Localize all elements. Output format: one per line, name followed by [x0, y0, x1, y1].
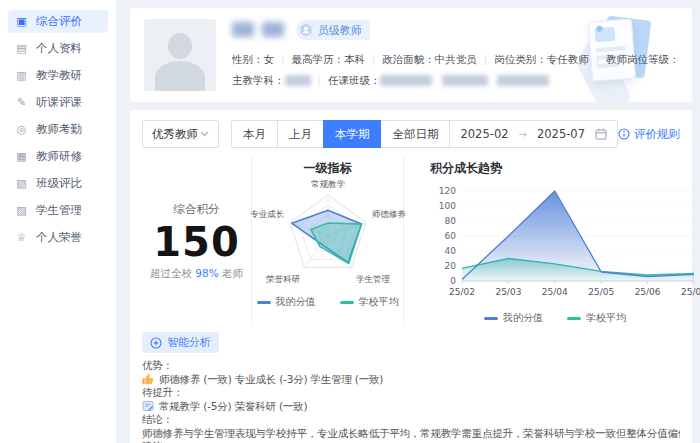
overall-score-panel: 综合积分 150 超过全校 98% 老师 — [142, 156, 252, 326]
sidebar-item-label: 个人资料 — [36, 41, 82, 56]
svg-text:100: 100 — [439, 201, 456, 211]
evaluation-card: 优秀教师 本月 上月 本学期 全部日期 2025-02 → 2025-07 — [130, 110, 692, 443]
radar-chart[interactable]: 常规教学师德修养学生管理荣誉科研专业成长 — [253, 177, 403, 291]
sidebar-item-personal-honors[interactable]: ♕ 个人荣誉 — [8, 226, 108, 249]
trend-legend: 我的分值 学校平均 — [430, 311, 680, 325]
field-political-status: 政治面貌：中共党员 — [365, 49, 477, 70]
thumbs-up-icon — [142, 373, 154, 385]
ai-sparkle-icon — [150, 337, 162, 349]
score-label: 综合积分 — [174, 202, 220, 217]
sidebar-item-label: 教师考勤 — [36, 122, 82, 137]
svg-text:25/03: 25/03 — [495, 287, 521, 297]
filter-bar: 优秀教师 本月 上月 本学期 全部日期 2025-02 → 2025-07 — [142, 120, 680, 148]
sidebar-item-class-comparison[interactable]: ▧ 班级评比 — [8, 172, 108, 195]
svg-text:0: 0 — [450, 276, 456, 286]
date-start: 2025-02 — [460, 127, 508, 141]
analysis-strengths-line: 师德修养 (一致) 专业成长 (-3分) 学生管理 (一致) — [142, 373, 680, 387]
analysis-improve-line: 常规教学 (-5分) 荣誉科研 (一致) — [142, 400, 680, 414]
svg-text:25/05: 25/05 — [588, 287, 614, 297]
svg-text:常规教学: 常规教学 — [311, 179, 346, 189]
svg-text:25/07: 25/07 — [681, 287, 700, 297]
legend-school-average[interactable]: 学校平均 — [567, 311, 626, 325]
sidebar-item-label: 班级评比 — [36, 176, 82, 191]
sidebar-item-label: 教师研修 — [36, 149, 82, 164]
score-percentile-note: 超过全校 98% 老师 — [150, 267, 243, 281]
calendar-icon — [595, 128, 607, 140]
sidebar-item-lesson-observation[interactable]: ✎ 听课评课 — [8, 91, 108, 114]
teacher-profile-card: 员级教师 性别：女最高学历：本科政治面貌：中共党员岗位类别：专任教师教师岗位等级… — [130, 8, 692, 102]
score-value: 150 — [153, 221, 240, 263]
sidebar-item-personal-profile[interactable]: ▤ 个人资料 — [8, 37, 108, 60]
svg-text:40: 40 — [445, 246, 457, 256]
range-button-all-dates[interactable]: 全部日期 — [380, 120, 450, 148]
svg-text:120: 120 — [439, 186, 456, 196]
trend-panel: 积分成长趋势 02040608010012025/0225/0325/0425/… — [404, 156, 680, 326]
trend-chart-title: 积分成长趋势 — [430, 160, 502, 177]
trend-chart[interactable]: 02040608010012025/0225/0325/0425/0525/06… — [430, 177, 700, 311]
sidebar-item-teacher-attendance[interactable]: ◎ 教师考勤 — [8, 118, 108, 141]
sidebar-item-label: 听课评课 — [36, 95, 82, 110]
evaluation-rules-link[interactable]: 评价规则 — [618, 127, 680, 142]
sidebar-item-comprehensive-evaluation[interactable]: ▣ 综合评价 — [8, 10, 108, 33]
radar-legend: 我的分值 学校平均 — [257, 295, 399, 309]
sidebar-item-label: 学生管理 — [36, 203, 82, 218]
legend-my-score[interactable]: 我的分值 — [484, 311, 543, 325]
field-education: 最高学历：本科 — [274, 49, 365, 70]
sidebar-item-label: 个人荣誉 — [36, 230, 82, 245]
analysis-improve-label: 待提升： — [142, 386, 680, 400]
smart-analysis-badge: 智能分析 — [142, 332, 219, 353]
avatar — [144, 19, 216, 91]
profile-icon: ▤ — [15, 42, 28, 55]
date-range-arrow: → — [519, 129, 527, 140]
percentile-value: 98% — [195, 267, 218, 279]
legend-school-average[interactable]: 学校平均 — [340, 295, 399, 309]
svg-text:60: 60 — [445, 231, 457, 241]
student-management-icon: ▨ — [15, 204, 28, 217]
analysis-conclusion-text: 师德修养与学生管理表现与学校持平，专业成长略低于平均，常规教学需重点提升，荣誉科… — [142, 427, 680, 441]
teacher-name-redacted — [232, 22, 284, 38]
date-end: 2025-07 — [537, 127, 585, 141]
smart-analysis-section: 智能分析 优势： 师德修养 (一致) 专业成长 (-3分) 学生管理 (一致) … — [142, 332, 680, 443]
svg-text:80: 80 — [445, 216, 457, 226]
range-button-this-month[interactable]: 本月 — [231, 120, 278, 148]
field-classes: 任课班级： — [311, 70, 550, 91]
svg-text:20: 20 — [445, 261, 457, 271]
lesson-observation-icon: ✎ — [15, 96, 28, 109]
field-position-grade: 教师岗位等级： — [589, 49, 678, 70]
teacher-type-select[interactable]: 优秀教师 — [142, 120, 219, 148]
teaching-research-icon: ▥ — [15, 69, 28, 82]
analysis-strengths-label: 优势： — [142, 359, 680, 373]
field-position-type: 岗位类别：专任教师 — [477, 49, 589, 70]
chevron-down-icon — [200, 131, 209, 137]
attendance-icon: ◎ — [15, 123, 28, 136]
rules-info-icon — [618, 128, 630, 140]
svg-text:专业成长: 专业成长 — [250, 209, 285, 219]
medal-icon — [298, 22, 314, 38]
teacher-rank-badge: 员级教师 — [296, 20, 370, 40]
radar-chart-title: 一级指标 — [304, 160, 352, 177]
field-gender: 性别：女 — [232, 49, 274, 69]
radar-panel: 一级指标 常规教学师德修养学生管理荣誉科研专业成长 我的分值 学校平均 — [252, 156, 404, 326]
sidebar-item-label: 综合评价 — [36, 14, 82, 29]
sidebar-item-teacher-training[interactable]: ▦ 教师研修 — [8, 145, 108, 168]
memo-icon — [142, 400, 154, 412]
profile-info-row-2: 主教学科：任课班级： — [232, 70, 678, 91]
svg-text:25/06: 25/06 — [635, 287, 661, 297]
main-area: 员级教师 性别：女最高学历：本科政治面貌：中共党员岗位类别：专任教师教师岗位等级… — [116, 0, 700, 443]
svg-text:25/04: 25/04 — [542, 287, 568, 297]
svg-text:学生管理: 学生管理 — [355, 274, 390, 284]
date-range-buttons: 本月 上月 本学期 全部日期 2025-02 → 2025-07 — [231, 120, 618, 148]
svg-text:25/02: 25/02 — [449, 287, 475, 297]
range-button-last-month[interactable]: 上月 — [277, 120, 324, 148]
sidebar-item-student-management[interactable]: ▨ 学生管理 — [8, 199, 108, 222]
sidebar-item-teaching-research[interactable]: ▥ 教学教研 — [8, 64, 108, 87]
stats-row: 综合积分 150 超过全校 98% 老师 一级指标 常规教学师德修养学生管理荣誉… — [142, 156, 680, 326]
range-button-this-semester[interactable]: 本学期 — [323, 120, 382, 148]
training-icon: ▦ — [15, 150, 28, 163]
svg-text:荣誉科研: 荣誉科研 — [266, 274, 301, 284]
analysis-conclusion-label: 结论： — [142, 413, 680, 427]
legend-my-score[interactable]: 我的分值 — [257, 295, 316, 309]
date-range-picker[interactable]: 2025-02 → 2025-07 — [449, 120, 618, 148]
app-window: ▣ 综合评价 ▤ 个人资料 ▥ 教学教研 ✎ 听课评课 ◎ 教师考勤 ▦ 教师研… — [0, 0, 700, 443]
honor-icon: ♕ — [15, 231, 28, 244]
